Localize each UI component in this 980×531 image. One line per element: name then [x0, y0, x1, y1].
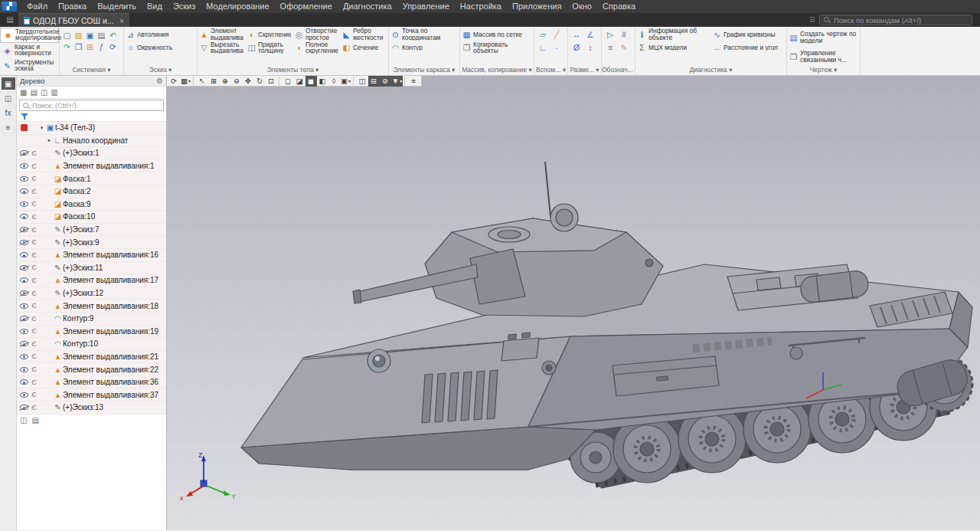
visibility-eye-icon[interactable]	[20, 354, 28, 359]
angular-dimension-icon[interactable]: ∠	[583, 28, 597, 41]
visibility-eye-icon[interactable]	[20, 176, 28, 182]
tree-item[interactable]: Є ▲ Элемент выдавливания:21	[17, 351, 166, 364]
visibility-eye-icon[interactable]	[20, 341, 28, 346]
collision-check-icon[interactable]: ⊗ Проверка коллизий	[786, 28, 786, 41]
window-layout-icon[interactable]: ▦ ▾	[180, 76, 191, 87]
linked-drawings-icon[interactable]: ❐ Управление связанными ч...	[787, 47, 859, 66]
category-sketch-tools[interactable]: ✎ Инструменты эскиза	[0, 58, 59, 74]
visibility-eye-icon[interactable]	[20, 367, 28, 372]
autoline-icon[interactable]: ⊿ Автолиния	[124, 28, 196, 41]
expand-arrow-icon[interactable]: ▸	[46, 137, 53, 143]
tree-item[interactable]: Є ▲ Элемент выдавливания:18	[17, 300, 166, 313]
viewport-tool-icon[interactable]	[193, 77, 195, 85]
radial-dimension-icon[interactable]: ⊿	[597, 41, 601, 54]
visibility-eye-icon[interactable]	[20, 290, 28, 296]
document-tab[interactable]: ОДОД ГБОУ СОШ и... ×	[18, 13, 129, 27]
simple-hole-icon[interactable]: ◎ Отверстие простое	[292, 28, 340, 41]
visibility-eye-icon[interactable]	[20, 150, 28, 156]
zoom-window-icon[interactable]: ⊞	[208, 76, 220, 87]
menu-item[interactable]: Правка	[53, 0, 92, 13]
tab-close-icon[interactable]: ×	[119, 16, 124, 25]
text-note-icon[interactable]: ≡	[603, 41, 617, 54]
tree-item[interactable]: Є ✎ (+)Эскиз:13	[17, 402, 166, 415]
visibility-eye-icon[interactable]	[20, 188, 28, 194]
aux-axes-icon[interactable]: ∟	[536, 41, 550, 54]
clip-view-icon[interactable]: ⊟	[368, 76, 380, 87]
pointer-icon[interactable]: ↖	[197, 76, 208, 87]
fit-all-icon[interactable]: ⊡	[266, 76, 277, 87]
menu-item[interactable]: Эскиз	[168, 0, 201, 13]
visibility-eye-icon[interactable]	[20, 240, 28, 245]
visibility-eye-icon[interactable]	[20, 392, 28, 398]
hide-objects-icon[interactable]: ⊘	[380, 76, 391, 87]
tree-item[interactable]: ▸ ∟ Начало координат	[17, 135, 166, 148]
window-menu-icon[interactable]: ▤	[3, 15, 17, 25]
undo-icon[interactable]: ↶	[107, 29, 119, 41]
app-logo-button[interactable]: ▞	[2, 2, 17, 11]
menu-item[interactable]: Оформление	[275, 0, 338, 13]
visibility-eye-icon[interactable]	[20, 265, 28, 270]
tree-item[interactable]: Є ▲ Элемент выдавливания:1	[17, 160, 166, 173]
zoom-out-icon[interactable]: ⊖	[231, 76, 243, 87]
ribbon-group-label[interactable]: Элементы тела ▾	[198, 66, 388, 75]
tree-item[interactable]: Є ◪ Фаска:1	[17, 172, 166, 185]
menu-item[interactable]: Файл	[21, 0, 53, 13]
ribbon-group-label[interactable]: Разме... ▾	[568, 66, 601, 75]
pan-icon[interactable]: ✥	[243, 76, 254, 87]
command-search-input[interactable]: Поиск по командам (Alt+/)	[819, 15, 972, 25]
tree-item[interactable]: Є ◠ Контур:9	[17, 313, 166, 326]
thicken-icon[interactable]: ◫ Придать толщину	[245, 41, 292, 54]
point-by-coords-icon[interactable]: ⊙ Точка по координатам	[389, 28, 459, 41]
grid-array-icon[interactable]: ▦ Массив по сетке	[460, 28, 533, 41]
add-part-icon[interactable]: ⊞ Добавить деталь-заготов...	[387, 41, 388, 54]
rotate-view-icon[interactable]: ↻	[254, 76, 266, 87]
tree-search-input[interactable]: Поиск: (Ctrl+/)	[19, 100, 164, 111]
tree-item[interactable]: Є ✎ (+)Эскиз:7	[17, 224, 166, 237]
visibility-eye-icon[interactable]	[20, 303, 28, 309]
tank-model[interactable]	[241, 162, 972, 488]
copy-icon[interactable]: ❐	[73, 41, 84, 52]
expand-arrow-icon[interactable]: ▾	[38, 125, 45, 131]
menu-item[interactable]: Настройка	[455, 0, 507, 13]
tree-panel-icon[interactable]: ▣	[2, 77, 15, 90]
zoom-in-icon[interactable]: ⊕	[220, 76, 231, 87]
tree-item[interactable]: Є ▲ Элемент выдавливания:17	[17, 274, 166, 287]
ribbon-group-label[interactable]: Системная ▾	[60, 66, 123, 75]
ribbon-group-label[interactable]: Массив, копирование ▾	[460, 66, 534, 75]
menu-item[interactable]: Выделить	[92, 0, 142, 13]
variables-icon[interactable]: ƒ	[96, 41, 107, 52]
shaded-view-icon[interactable]: ◼	[305, 76, 317, 87]
new-doc-icon[interactable]: ▢	[61, 29, 73, 41]
visibility-eye-icon[interactable]	[20, 329, 28, 334]
open-doc-icon[interactable]: ▨	[73, 29, 84, 41]
ribbon-group-label[interactable]: Обознач... ▾	[602, 66, 635, 75]
object-info-icon[interactable]: ℹ Информация об объекте	[635, 28, 710, 41]
visibility-eye-icon[interactable]	[20, 252, 28, 257]
tree-item[interactable]: Є ◪ Фаска:10	[17, 211, 166, 224]
tree-item[interactable]: ▾ ▣ t-34 (Тел-3)	[17, 122, 166, 135]
hidden-lines-view-icon[interactable]: ◪	[294, 76, 305, 87]
category-surfaces[interactable]: ◈ Каркас и поверхности	[0, 43, 59, 58]
visibility-eye-icon[interactable]	[20, 277, 28, 283]
viewport-tool-icon[interactable]	[353, 77, 355, 85]
circle-icon[interactable]: ○ Окружность	[124, 41, 196, 54]
redo-icon[interactable]: ↷	[61, 41, 73, 52]
paste-icon[interactable]: ⊞	[84, 41, 96, 52]
tree-item[interactable]: Є ✎ (+)Эскиз:12	[17, 287, 166, 300]
menu-item[interactable]: Приложения	[507, 0, 567, 13]
layers-panel-icon[interactable]: ◫	[2, 92, 15, 104]
menu-item[interactable]: Окно	[567, 0, 597, 13]
spiral-icon[interactable]: ◉ Спираль цилиндрическ...	[459, 28, 459, 41]
ribbon-group-label[interactable]: Чертеж ▾	[787, 66, 860, 75]
tree-options-icon[interactable]: ▥	[51, 88, 57, 97]
ribbon-group-label[interactable]: Элементы каркаса ▾	[389, 66, 459, 75]
visibility-eye-icon[interactable]	[20, 227, 28, 232]
panel-toggle-icon[interactable]: ⌸	[805, 15, 819, 25]
section-view-icon[interactable]: ◫	[357, 76, 368, 87]
tree-item[interactable]: Є ▲ Элемент выдавливания:19	[17, 326, 166, 339]
tree-item[interactable]: Є ▲ Элемент выдавливания:37	[17, 388, 166, 402]
tree-item[interactable]: Є ◪ Фаска:9	[17, 198, 166, 211]
tree-structure-icon[interactable]: ▦	[20, 88, 27, 97]
visibility-eye-icon[interactable]	[20, 316, 28, 321]
aux-conn-point-icon[interactable]: ⊞	[564, 41, 567, 54]
